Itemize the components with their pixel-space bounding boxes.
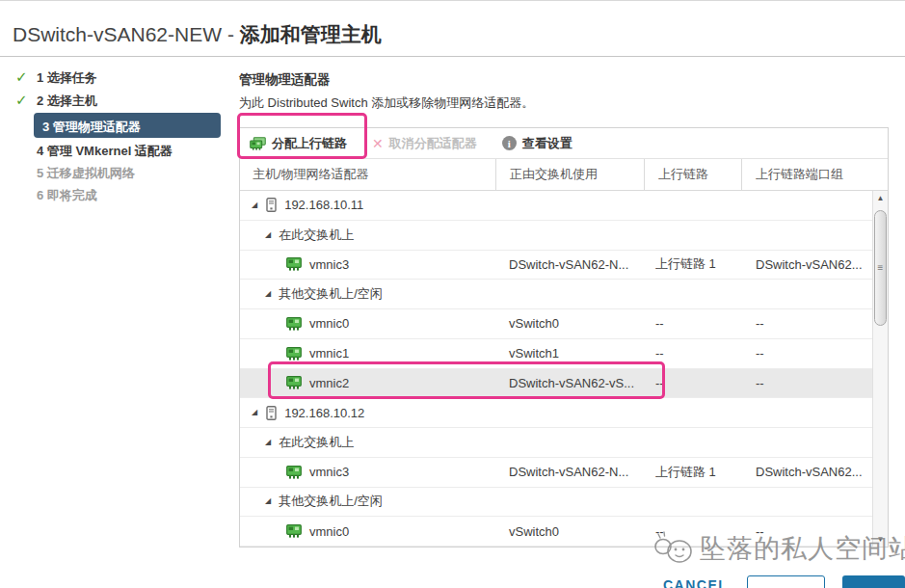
unassign-x-icon: ✕ [372, 136, 384, 151]
table-row-vmnic1[interactable]: vmnic1 vSwitch1 -- -- [240, 339, 888, 369]
check-icon: ✓ [15, 92, 28, 109]
wizard-step-select-hosts[interactable]: ✓ 2 选择主机 [0, 89, 231, 112]
content-heading: 管理物理适配器 [239, 71, 331, 89]
table-row-group-other-switches[interactable]: ◢其他交换机上/空闲 [240, 488, 888, 518]
title-divider [0, 56, 905, 57]
cancel-button[interactable]: CANCEL [663, 577, 728, 588]
table-header: 主机/物理网络适配器 正由交换机使用 上行链路 上行链路端口组 [240, 159, 888, 191]
step-label: 4 管理 VMkernel 适配器 [37, 143, 173, 160]
scroll-up-icon[interactable]: ▲ [873, 194, 888, 202]
dswitch-name: DSwitch-vSAN62-NEW [13, 23, 222, 45]
group-label: 其他交换机上/空闲 [279, 493, 383, 510]
wizard-step-migrate-vm-networking[interactable]: 5 迁移虚拟机网络 [0, 161, 231, 184]
cell-uplink-port-group: -- [741, 316, 888, 331]
column-header-uplink[interactable]: 上行链路 [644, 159, 741, 190]
cell-uplink-port-group: -- [741, 346, 888, 361]
column-header-host-adapter[interactable]: 主机/物理网络适配器 [240, 159, 495, 190]
cell-in-use-by-switch: DSwitch-vSAN62-N... [495, 257, 644, 272]
cell-in-use-by-switch: DSwitch-vSAN62-vS... [495, 376, 644, 390]
wizard-step-manage-vmkernel-adapters[interactable]: 4 管理 VMkernel 适配器 [0, 139, 231, 162]
page-title: DSwitch-vSAN62-NEW - 添加和管理主机 [13, 21, 382, 48]
cell-in-use-by-switch: DSwitch-vSAN62-N... [495, 465, 644, 479]
group-label: 其他交换机上/空闲 [279, 285, 383, 303]
group-label: 在此交换机上 [279, 227, 354, 244]
next-button[interactable]: NEXT [842, 575, 905, 588]
watermark-text: 坠落的私人空间站 [700, 531, 905, 566]
host-icon [266, 406, 277, 420]
step-label: 1 选择任务 [37, 69, 97, 87]
back-button[interactable]: BACK [747, 575, 825, 588]
physical-adapter-table: 分配上行链路 ✕ 取消分配适配器 i 查看设置 主机/物理网络适配器 正由交换机… [239, 127, 889, 548]
table-row-vmnic2-selected[interactable]: vmnic2 DSwitch-vSAN62-vS... -- -- [240, 369, 888, 399]
cell-uplink-port-group: -- [741, 376, 888, 390]
cell-in-use-by-switch: vSwitch0 [495, 316, 644, 331]
wizard-step-ready-to-complete[interactable]: 6 即将完成 [0, 183, 231, 206]
table-row-host-192-168-10-12[interactable]: ◢192.168.10.12 [240, 398, 888, 428]
check-icon: ✓ [15, 68, 28, 86]
unassign-adapter-label: 取消分配适配器 [389, 135, 477, 152]
cell-uplink: -- [644, 376, 741, 390]
dialog-action-title: 添加和管理主机 [240, 23, 382, 45]
assign-uplink-icon [250, 137, 266, 150]
nic-icon [286, 466, 302, 479]
adapter-name: vmnic0 [309, 524, 349, 539]
cell-uplink-port-group: DSwitch-vSAN62... [741, 257, 888, 272]
view-settings-button[interactable]: i 查看设置 [502, 135, 572, 152]
nic-icon [286, 524, 302, 538]
table-row-vmnic0[interactable]: vmnic0 vSwitch0 -- -- [240, 309, 888, 339]
thumb-grip-icon: ≡ [878, 263, 884, 273]
group-label: 在此交换机上 [279, 434, 354, 451]
wizard-step-select-tasks[interactable]: ✓ 1 选择任务 [0, 66, 231, 89]
table-toolbar: 分配上行链路 ✕ 取消分配适配器 i 查看设置 [240, 128, 888, 159]
adapter-name: vmnic3 [309, 257, 349, 272]
view-settings-label: 查看设置 [522, 135, 572, 152]
expand-caret-icon[interactable]: ◢ [265, 231, 271, 239]
table-row-group-on-this-switch[interactable]: ◢在此交换机上 [240, 428, 888, 458]
step-label: 3 管理物理适配器 [42, 119, 141, 136]
cell-uplink-port-group: DSwitch-vSAN62... [741, 465, 888, 479]
cell-uplink: 上行链路 1 [644, 255, 741, 273]
table-row-vmnic3[interactable]: vmnic3 DSwitch-vSAN62-N... 上行链路 1 DSwitc… [240, 458, 888, 488]
adapter-name: vmnic3 [309, 465, 349, 479]
cell-uplink: -- [644, 316, 741, 331]
adapter-name: vmnic1 [309, 346, 349, 361]
add-manage-hosts-dialog: DSwitch-vSAN62-NEW - 添加和管理主机 ✓ 1 选择任务 ✓ … [0, 0, 905, 588]
adapter-name: vmnic0 [309, 316, 349, 331]
table-row-vmnic3[interactable]: vmnic3 DSwitch-vSAN62-N... 上行链路 1 DSwitc… [240, 251, 888, 281]
watermark-doodle-icon [652, 531, 696, 566]
column-header-in-use-by-switch[interactable]: 正由交换机使用 [495, 159, 644, 190]
column-header-uplink-port-group[interactable]: 上行链路端口组 [741, 159, 888, 190]
nic-icon [286, 347, 302, 361]
watermark: 坠落的私人空间站 [652, 531, 905, 566]
host-icon [266, 198, 277, 212]
vertical-scrollbar[interactable]: ▲ ≡ ▼ [872, 191, 888, 547]
cell-in-use-by-switch: vSwitch1 [495, 346, 644, 361]
step-label: 6 即将完成 [37, 187, 97, 204]
wizard-step-manage-physical-adapters[interactable]: 3 管理物理适配器 [34, 113, 221, 138]
expand-caret-icon[interactable]: ◢ [252, 409, 257, 416]
table-row-host-192-168-10-11[interactable]: ◢192.168.10.11 [240, 191, 888, 221]
nic-icon [286, 257, 302, 271]
info-icon: i [502, 136, 517, 150]
expand-caret-icon[interactable]: ◢ [252, 201, 257, 209]
expand-caret-icon[interactable]: ◢ [265, 439, 271, 446]
adapter-name: vmnic2 [309, 376, 349, 390]
table-row-group-on-this-switch[interactable]: ◢在此交换机上 [240, 221, 888, 251]
scrollbar-thumb[interactable]: ≡ [874, 210, 887, 326]
host-label: 192.168.10.11 [284, 198, 363, 212]
assign-uplink-label: 分配上行链路 [272, 135, 347, 152]
cell-uplink: -- [644, 346, 741, 361]
step-label: 2 选择主机 [37, 93, 97, 110]
table-row-group-other-switches[interactable]: ◢其他交换机上/空闲 [240, 280, 888, 309]
step-label: 5 迁移虚拟机网络 [37, 165, 135, 182]
assign-uplink-button[interactable]: 分配上行链路 [250, 135, 347, 152]
cell-uplink: 上行链路 1 [644, 464, 741, 481]
expand-caret-icon[interactable]: ◢ [265, 497, 271, 505]
content-description: 为此 Distributed Switch 添加或移除物理网络适配器。 [239, 94, 534, 112]
nic-icon [286, 376, 302, 389]
cell-in-use-by-switch: vSwitch0 [495, 524, 644, 539]
expand-caret-icon[interactable]: ◢ [265, 290, 271, 298]
nic-icon [286, 317, 302, 331]
host-label: 192.168.10.12 [284, 406, 364, 420]
unassign-adapter-button[interactable]: ✕ 取消分配适配器 [372, 135, 477, 152]
